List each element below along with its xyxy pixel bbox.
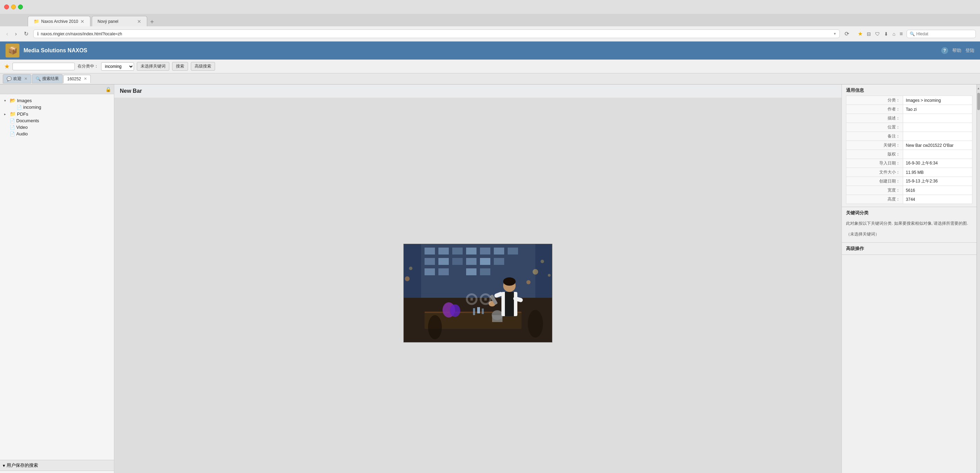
search-input[interactable] (13, 63, 75, 70)
reader-view-button[interactable]: ⊟ (866, 30, 872, 38)
tab-item-160252[interactable]: 160252 ✕ (64, 75, 91, 83)
saved-searches-body: 无数据 (0, 471, 114, 473)
svg-point-42 (409, 267, 412, 270)
tree-label-documents: Documents (16, 118, 39, 123)
info-key-width: 宽度： (846, 186, 903, 195)
tree-item-video[interactable]: 📄 Video (3, 124, 111, 131)
browser-search-input[interactable] (916, 32, 973, 37)
info-table: 分类： Images > incoming 作者： Tao zi 描述： (846, 96, 972, 204)
info-value-file-size: 11.95 MB (903, 168, 972, 177)
new-tab-button[interactable]: ＋ (147, 17, 157, 26)
maximize-button[interactable] (18, 5, 23, 10)
traffic-lights (4, 5, 23, 10)
saved-searches-header[interactable]: ▾ 用户保存的搜索 (0, 460, 114, 471)
info-key-copyright: 版权： (846, 150, 903, 159)
home-button[interactable]: ⌂ (891, 30, 896, 38)
category-select[interactable]: incoming Images PDFs Documents Video Aud… (101, 62, 134, 71)
close-button[interactable] (4, 5, 9, 10)
keyword-section-title: 关键词分类 (846, 210, 972, 216)
folder-images-icon: 📂 (10, 98, 16, 103)
svg-rect-5 (452, 248, 463, 255)
info-row-file-size: 文件大小： 11.95 MB (846, 168, 972, 177)
svg-rect-13 (466, 258, 477, 265)
refresh-button[interactable]: ⟳ (843, 29, 851, 38)
info-value-location (903, 123, 972, 132)
favorite-star-icon[interactable]: ★ (4, 63, 10, 70)
category-label: 在分类中： (78, 64, 99, 69)
info-row-import-date: 导入日期： 16-9-30 上午6:34 (846, 159, 972, 168)
item-tab-close[interactable]: ✕ (84, 76, 87, 81)
help-label[interactable]: 帮助 (952, 48, 961, 54)
svg-point-44 (428, 315, 442, 339)
info-value-notes (903, 132, 972, 141)
back-button[interactable]: ‹ (4, 29, 10, 38)
search-tab-label: 搜索结果 (42, 76, 59, 82)
tab-close-1[interactable]: ✕ (80, 19, 84, 24)
info-key-notes: 备注： (846, 132, 903, 141)
download-button[interactable]: ⬇ (883, 30, 889, 38)
svg-text:⊙⊙: ⊙⊙ (465, 290, 492, 308)
login-label[interactable]: 登陆 (966, 48, 974, 54)
info-key-file-size: 文件大小： (846, 168, 903, 177)
expand-pdfs-icon: ▸ (4, 112, 8, 116)
info-key-import-date: 导入日期： (846, 159, 903, 168)
dropdown-icon: ▾ (834, 32, 836, 36)
tree-item-images[interactable]: ▾ 📂 Images (3, 97, 111, 104)
tree-children-images: 📄 incoming (3, 104, 111, 110)
welcome-tab-label: 欢迎 (13, 76, 21, 82)
browser-tab-1[interactable]: 📁 Naxos Archive 2010 ✕ (28, 16, 91, 26)
svg-rect-19 (480, 268, 490, 275)
info-value-height: 3744 (903, 195, 972, 204)
reload-button[interactable]: ↻ (22, 29, 30, 38)
tree-label-pdfs: PDFs (17, 111, 29, 117)
tab-close-2[interactable]: ✕ (137, 19, 141, 24)
bookmark-star-button[interactable]: ★ (857, 29, 864, 38)
browser-tab-2[interactable]: Nový panel ✕ (92, 16, 147, 26)
advanced-ops-section: 高级操作 (842, 243, 977, 255)
browser-search-bar[interactable]: 🔍 (907, 30, 976, 38)
tree-item-audio[interactable]: 📄 Audio (3, 131, 111, 137)
content-body: ⊙⊙ 🔗 (114, 98, 842, 473)
lock-icon: 🔒 (105, 86, 111, 92)
info-value-create-date: 15-9-13 上午2:36 (903, 177, 972, 186)
svg-rect-9 (508, 248, 518, 255)
svg-point-41 (548, 274, 550, 277)
info-key-author: 作者： (846, 105, 903, 114)
tab-welcome[interactable]: 💬 欢迎 ✕ (3, 74, 31, 83)
address-text: naxos.ringier.cn/naxos/index.html?locale… (41, 32, 832, 37)
tree-item-documents[interactable]: 📄 Documents (3, 117, 111, 124)
welcome-tab-close[interactable]: ✕ (24, 76, 27, 81)
minimize-button[interactable] (11, 5, 16, 10)
item-tab-label: 160252 (67, 76, 81, 81)
info-key-height: 高度： (846, 195, 903, 204)
tab-label-1: Naxos Archive 2010 (41, 19, 78, 24)
scroll-up-arrow[interactable]: ▲ (977, 85, 980, 91)
app-header-actions: ? 帮助 登陆 (941, 47, 974, 54)
info-value-author: Tao zi (903, 105, 972, 114)
svg-point-31 (503, 277, 515, 286)
info-key-location: 位置： (846, 123, 903, 132)
tree-label-audio: Audio (16, 131, 28, 137)
right-scrollbar[interactable]: ▲ ▼ (977, 84, 980, 473)
search-button[interactable]: 搜索 (172, 62, 188, 71)
unselect-keywords-button[interactable]: 未选择关键词 (137, 62, 169, 71)
shield-button[interactable]: 🛡 (874, 30, 881, 38)
title-bar (0, 0, 980, 14)
menu-button[interactable]: ≡ (899, 30, 904, 38)
info-key-description: 描述： (846, 114, 903, 123)
svg-point-39 (541, 260, 544, 263)
tab-search-results[interactable]: 🔍 搜索结果 (32, 74, 63, 83)
tree-item-pdfs[interactable]: ▸ 📁 PDFs (3, 110, 111, 117)
tree-item-incoming[interactable]: 📄 incoming (10, 104, 111, 110)
scroll-thumb[interactable] (977, 93, 980, 110)
info-value-category: Images > incoming (903, 96, 972, 105)
file-tree: ▾ 📂 Images 📄 incoming ▸ 📁 PDFs (0, 94, 114, 460)
nav-icons: ★ ⊟ 🛡 ⬇ ⌂ ≡ (857, 29, 904, 38)
info-row-height: 高度： 3744 (846, 195, 972, 204)
app-header: 📦 Media Solutions NAXOS ? 帮助 登陆 (0, 41, 980, 60)
main-layout: 🔒 ▾ 📂 Images 📄 incoming ▸ 📁 PDFs (0, 84, 980, 473)
forward-button[interactable]: › (13, 29, 19, 38)
advanced-search-button[interactable]: 高级搜索 (191, 62, 215, 71)
address-bar[interactable]: ℹ naxos.ringier.cn/naxos/index.html?loca… (33, 29, 840, 38)
info-value-description (903, 114, 972, 123)
